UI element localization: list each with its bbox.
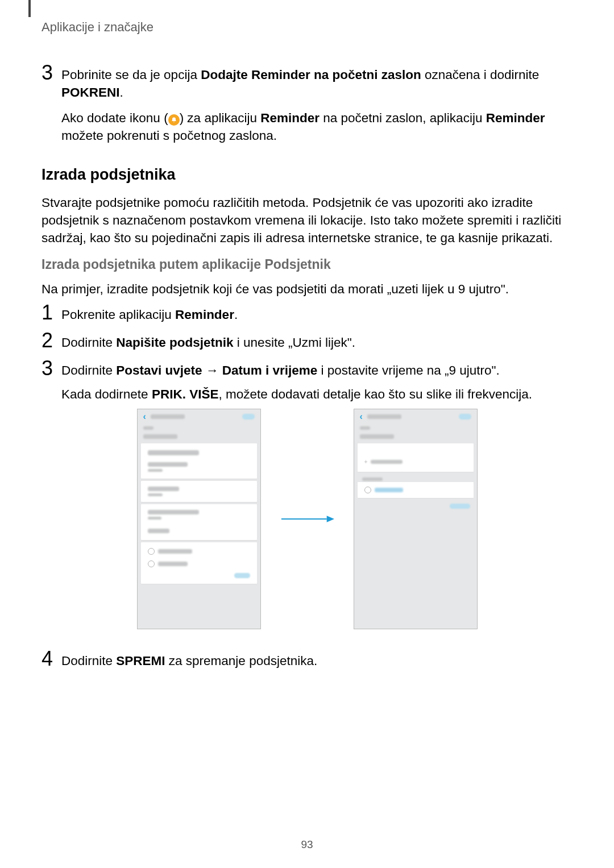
arrow-text: → <box>202 363 222 377</box>
placeholder-pill <box>450 504 470 509</box>
step-2: 2 Dodirnite Napišite podsjetnik i unesit… <box>42 334 572 351</box>
placeholder-bar <box>375 488 403 492</box>
placeholder-bar <box>143 434 177 439</box>
section-heading: Izrada podsjetnika <box>42 166 572 184</box>
plus-icon: + <box>364 459 368 465</box>
placeholder-bar <box>158 549 192 554</box>
back-chevron-icon: ‹ <box>360 412 363 422</box>
screenshot-left: ‹ <box>137 409 261 629</box>
tab-marker <box>28 0 31 17</box>
placeholder-bar <box>148 462 188 467</box>
text: i unesite „Uzmi lijek". <box>234 335 355 350</box>
screenshot-row: ‹ <box>42 409 572 629</box>
placeholder-bar <box>158 562 188 566</box>
text: . <box>120 85 123 99</box>
text: možete pokrenuti s početnog zaslona. <box>61 128 277 143</box>
placeholder-pill <box>242 414 255 420</box>
text: Kada dodirnete <box>61 387 152 401</box>
placeholder-pill <box>234 573 250 578</box>
placeholder-bar <box>148 529 169 533</box>
bold-text: POKRENI <box>61 85 120 99</box>
step-text: Pokrenite aplikaciju Reminder. <box>61 306 238 323</box>
step-number: 3 <box>42 358 61 379</box>
step-3: 3 Pobrinite se da je opcija Dodajte Remi… <box>42 66 572 101</box>
placeholder-bar <box>148 487 179 491</box>
step-text: Dodirnite Napišite podsjetnik i unesite … <box>61 334 355 351</box>
text: Pokrenite aplikaciju <box>61 308 175 322</box>
section-subheading: Izrada podsjetnika putem aplikacije Pods… <box>42 257 572 272</box>
step-3b: 3 Dodirnite Postavi uvjete → Datum i vri… <box>42 362 572 402</box>
placeholder-bar <box>148 510 199 514</box>
text: , možete dodavati detalje kao što su sli… <box>218 387 532 401</box>
page-number: 93 <box>0 838 614 851</box>
text: Ako dodate ikonu ( <box>61 111 168 125</box>
text: Dodirnite <box>61 335 116 350</box>
placeholder-bar <box>143 426 154 430</box>
step-number: 2 <box>42 330 61 351</box>
step-3-subtext: Ako dodate ikonu () za aplikaciju Remind… <box>61 109 572 144</box>
text: na početni zaslon, aplikaciju <box>320 111 486 125</box>
text: za spremanje podsjetnika. <box>165 654 318 668</box>
arrow-icon <box>280 513 334 525</box>
bold-text: SPREMI <box>116 654 165 668</box>
step-number: 3 <box>42 63 61 83</box>
step-number: 4 <box>42 649 61 669</box>
screenshot-header: ‹ <box>138 409 260 424</box>
step-text: Pobrinite se da je opcija Dodajte Remind… <box>61 66 572 101</box>
bold-text: Napišite podsjetnik <box>116 335 233 350</box>
reminder-app-icon <box>168 114 180 126</box>
back-chevron-icon: ‹ <box>143 412 146 422</box>
screenshot-header: ‹ <box>354 409 477 424</box>
text: Dodirnite <box>61 363 116 377</box>
paragraph: Na primjer, izradite podsjetnik koji će … <box>42 280 572 298</box>
clock-icon <box>148 548 155 555</box>
screenshot-right: ‹ + <box>354 409 478 629</box>
placeholder-bar <box>151 414 185 419</box>
step-4: 4 Dodirnite SPREMI za spremanje podsjetn… <box>42 652 572 670</box>
placeholder-bar <box>371 460 403 464</box>
placeholder-pill <box>459 414 471 420</box>
text: Pobrinite se da je opcija <box>61 68 201 82</box>
paragraph: Stvarajte podsjetnike pomoću različitih … <box>42 194 572 247</box>
text: . <box>234 308 238 322</box>
bold-text: Dodajte Reminder na početni zaslon <box>201 68 421 82</box>
bold-text: Postavi uvjete <box>116 363 202 377</box>
clock-icon <box>364 487 371 493</box>
placeholder-bar <box>148 450 199 455</box>
text: ) za aplikaciju <box>180 111 261 125</box>
step-number: 1 <box>42 302 61 323</box>
bold-text: Reminder <box>486 111 545 125</box>
bold-text: Reminder <box>260 111 320 125</box>
placeholder-bar <box>148 493 163 496</box>
placeholder-bar <box>367 414 401 419</box>
location-pin-icon <box>148 560 155 567</box>
bold-text: PRIK. VIŠE <box>152 387 219 401</box>
text: označena i dodirnite <box>421 68 540 82</box>
placeholder-bar <box>360 434 394 439</box>
step-1: 1 Pokrenite aplikaciju Reminder. <box>42 306 572 323</box>
placeholder-bar <box>362 477 383 481</box>
step-text: Dodirnite Postavi uvjete → Datum i vrije… <box>61 362 532 402</box>
placeholder-bar <box>360 426 370 430</box>
text: Dodirnite <box>61 654 116 668</box>
placeholder-bar <box>148 469 163 472</box>
bold-text: Reminder <box>175 308 234 322</box>
bold-text: Datum i vrijeme <box>222 363 318 377</box>
running-header: Aplikacije i značajke <box>42 20 572 35</box>
text: i postavite vrijeme na „9 ujutro". <box>317 363 500 377</box>
page: Aplikacije i značajke 3 Pobrinite se da … <box>0 0 614 868</box>
placeholder-bar <box>148 517 161 520</box>
step-text: Dodirnite SPREMI za spremanje podsjetnik… <box>61 652 317 670</box>
svg-marker-1 <box>326 516 334 522</box>
